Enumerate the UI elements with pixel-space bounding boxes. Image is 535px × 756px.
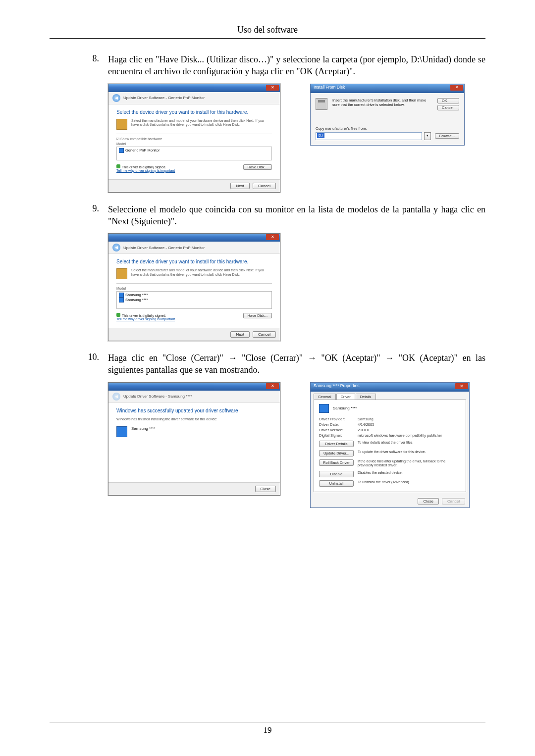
update-driver-wizard-success: ✕ ◄ Update Driver Software - Samsung ***… <box>108 382 280 496</box>
signing-link[interactable]: Tell me why driver signing is important <box>116 169 175 172</box>
blank-space <box>50 519 485 707</box>
close-icon[interactable]: ✕ <box>266 85 279 91</box>
device-header: Samsung **** <box>319 404 461 413</box>
disable-row: DisableDisables the selected device. <box>319 471 461 477</box>
next-button[interactable]: Next <box>230 331 249 338</box>
update-driver-wizard-2: ✕ ◄ Update Driver Software - Generic PnP… <box>108 233 280 341</box>
wizard-heading: Select the device driver you want to ins… <box>116 109 272 115</box>
close-icon[interactable]: ✕ <box>266 383 279 389</box>
step-8-text: Haga clic en "Have Disk... (Utilizar dis… <box>108 53 485 78</box>
divider <box>116 283 272 284</box>
driver-details-button[interactable]: Driver Details <box>319 441 354 447</box>
wizard-heading: Windows has successfully updated your dr… <box>116 408 272 413</box>
close-icon[interactable]: ✕ <box>455 383 468 389</box>
page-number: 19 <box>50 725 485 735</box>
path-input[interactable]: D:\ <box>316 132 422 140</box>
have-disk-button[interactable]: Have Disk... <box>243 313 272 318</box>
kv-value: 2.0.0.0 <box>358 428 461 432</box>
next-button[interactable]: Next <box>230 183 249 189</box>
update-driver-expl: To update the driver software for this d… <box>358 450 461 454</box>
update-driver-wizard-1: ✕ ◄ Update Driver Software - Generic PnP… <box>108 84 280 193</box>
window-titlebar: ✕ <box>108 383 280 391</box>
wizard-desc-row: Select the manufacturer and model of you… <box>116 268 272 279</box>
kv-value: microsoft windows hardware compatibility… <box>358 433 461 438</box>
window-titlebar: ✕ <box>108 84 280 92</box>
kv-key: Driver Version: <box>319 428 358 432</box>
uninstall-button[interactable]: Uninstall <box>319 480 354 487</box>
disk-icon <box>116 268 127 279</box>
chevron-down-icon[interactable]: ▾ <box>424 132 431 140</box>
close-button[interactable]: Close <box>418 498 438 504</box>
device-row: Samsung **** <box>116 426 272 437</box>
dialog-title-text: Samsung **** Properties <box>314 383 360 388</box>
window-titlebar: ✕ <box>108 234 280 242</box>
disable-button[interactable]: Disable <box>319 471 354 477</box>
page-title: Uso del software <box>50 25 485 35</box>
model-list[interactable]: Samsung **** Samsung **** <box>116 291 272 309</box>
back-icon[interactable]: ◄ <box>112 393 120 401</box>
kv-value: Samsung <box>358 417 461 421</box>
show-compatible-checkbox[interactable]: ☑ Show compatible hardware <box>116 137 272 141</box>
signed-row: This driver is digitally signed. Tell me… <box>116 164 272 172</box>
dialog-buttons: OK Cancel <box>435 98 459 110</box>
browse-button[interactable]: Browse... <box>435 133 459 139</box>
step-10-number: 10. <box>50 352 108 362</box>
cancel-button[interactable]: Cancel <box>253 183 276 189</box>
step-10: 10. Haga clic en "Close (Cerrar)" → "Clo… <box>50 352 485 376</box>
cancel-button[interactable]: Cancel <box>442 498 465 504</box>
wizard-description: Select the manufacturer and model of you… <box>131 119 272 130</box>
disk-icon <box>116 119 127 130</box>
wizard-content: Windows has successfully updated your dr… <box>108 403 280 482</box>
uninstall-expl: To uninstall the driver (Advanced). <box>358 480 461 484</box>
update-driver-button[interactable]: Update Driver... <box>319 450 354 456</box>
ok-button[interactable]: OK <box>437 98 459 103</box>
driver-details-row: Driver DetailsTo view details about the … <box>319 441 461 447</box>
close-button[interactable]: Close <box>255 486 276 492</box>
monitor-icon <box>119 148 124 153</box>
divider <box>116 134 272 134</box>
rollback-driver-expl: If the device fails after updating the d… <box>358 459 461 468</box>
wizard-breadcrumb: ◄ Update Driver Software - Generic PnP M… <box>108 242 280 254</box>
step-8: 8. Haga clic en "Have Disk... (Utilizar … <box>50 53 485 78</box>
dialog-body: Insert the manufacturer's installation d… <box>311 93 464 145</box>
cancel-button[interactable]: Cancel <box>437 105 459 110</box>
dialog-top-row: Insert the manufacturer's installation d… <box>316 98 459 110</box>
step-9-number: 9. <box>50 203 108 214</box>
wizard-description: Windows has finished installing the driv… <box>116 417 272 421</box>
model-item-2: Samsung **** <box>125 298 148 302</box>
wizard-heading: Select the device driver you want to ins… <box>116 259 272 264</box>
model-list[interactable]: Generic PnP Monitor <box>116 147 272 160</box>
back-icon[interactable]: ◄ <box>112 94 120 102</box>
close-icon[interactable]: ✕ <box>450 85 463 91</box>
tab-body: Samsung **** Driver Provider:Samsung Dri… <box>314 400 466 492</box>
signed-text: This driver is digitally signed. <box>122 165 166 169</box>
wizard-content: Select the device driver you want to ins… <box>108 254 280 328</box>
dialog-title: Install From Disk ✕ <box>311 84 464 93</box>
driver-date: Driver Date:4/14/2005 <box>319 422 461 427</box>
step-9-screenshot: ✕ ◄ Update Driver Software - Generic PnP… <box>108 233 485 341</box>
cancel-button[interactable]: Cancel <box>253 331 276 338</box>
wizard-content: Select the device driver you want to ins… <box>108 104 280 179</box>
driver-version: Driver Version:2.0.0.0 <box>319 428 461 432</box>
signed-row: This driver is digitally signed. Tell me… <box>116 313 272 321</box>
signing-link[interactable]: Tell me why driver signing is important <box>116 317 175 321</box>
tab-general[interactable]: General <box>314 394 336 400</box>
have-disk-button[interactable]: Have Disk... <box>243 164 272 170</box>
step-9: 9. Seleccione el modelo que coincida con… <box>50 203 485 228</box>
wizard-breadcrumb: ◄ Update Driver Software - Samsung **** <box>108 391 280 403</box>
dialog-message: Insert the manufacturer's installation d… <box>332 98 430 110</box>
wizard-footer: Close <box>108 482 280 495</box>
install-from-disk-dialog: Install From Disk ✕ Insert the manufactu… <box>310 84 465 146</box>
back-icon[interactable]: ◄ <box>112 244 120 252</box>
rollback-driver-row: Roll Back DriverIf the device fails afte… <box>319 459 461 468</box>
tab-driver[interactable]: Driver <box>336 394 355 400</box>
document-page: Uso del software 8. Haga clic en "Have D… <box>0 0 535 755</box>
close-icon[interactable]: ✕ <box>266 234 279 240</box>
shield-icon <box>116 164 120 168</box>
rollback-driver-button[interactable]: Roll Back Driver <box>319 459 354 466</box>
dialog-footer: Close Cancel <box>311 495 469 507</box>
step-9-text: Seleccione el modelo que coincida con su… <box>108 203 485 228</box>
kv-value: 4/14/2005 <box>358 422 461 427</box>
tab-details[interactable]: Details <box>356 394 376 400</box>
monitor-icon <box>119 298 124 302</box>
